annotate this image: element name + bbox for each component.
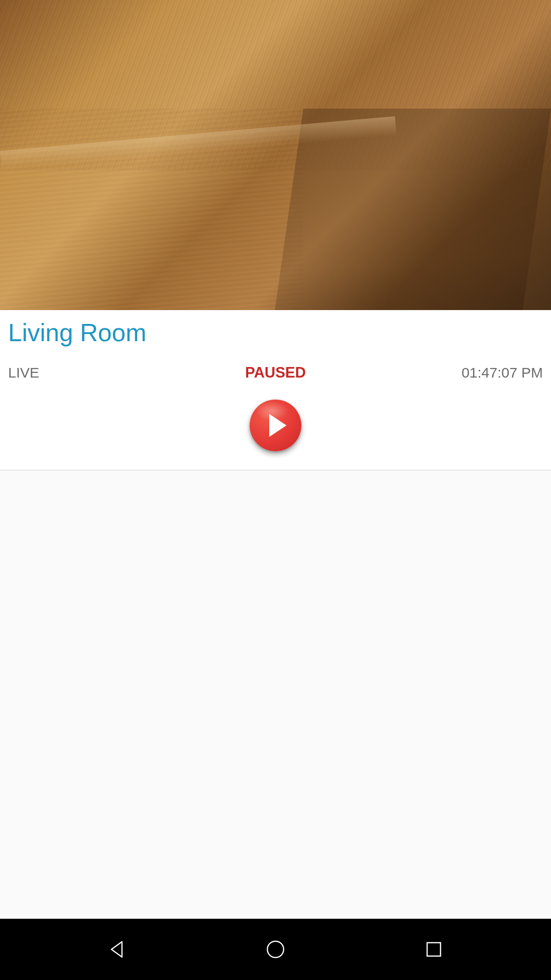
- status-row: LIVE PAUSED 01:47:07 PM: [8, 364, 543, 381]
- feed-background: [0, 0, 551, 310]
- playback-status: PAUSED: [187, 364, 365, 381]
- back-button[interactable]: [102, 934, 132, 965]
- home-icon: [265, 939, 286, 960]
- timestamp-label: 01:47:07 PM: [364, 365, 543, 381]
- recent-apps-icon: [424, 940, 443, 959]
- play-button[interactable]: [250, 400, 301, 451]
- svg-point-0: [267, 941, 284, 958]
- live-indicator: LIVE: [8, 365, 187, 381]
- home-button[interactable]: [260, 934, 291, 965]
- recent-apps-button[interactable]: [419, 934, 449, 965]
- back-icon: [107, 939, 128, 960]
- play-button-container: [8, 391, 543, 462]
- camera-info-panel: Living Room LIVE PAUSED 01:47:07 PM: [0, 310, 551, 470]
- android-nav-bar: [0, 919, 551, 980]
- play-icon: [269, 414, 287, 437]
- camera-title: Living Room: [8, 318, 543, 347]
- svg-rect-1: [427, 943, 441, 956]
- camera-feed-thumbnail[interactable]: [0, 0, 551, 310]
